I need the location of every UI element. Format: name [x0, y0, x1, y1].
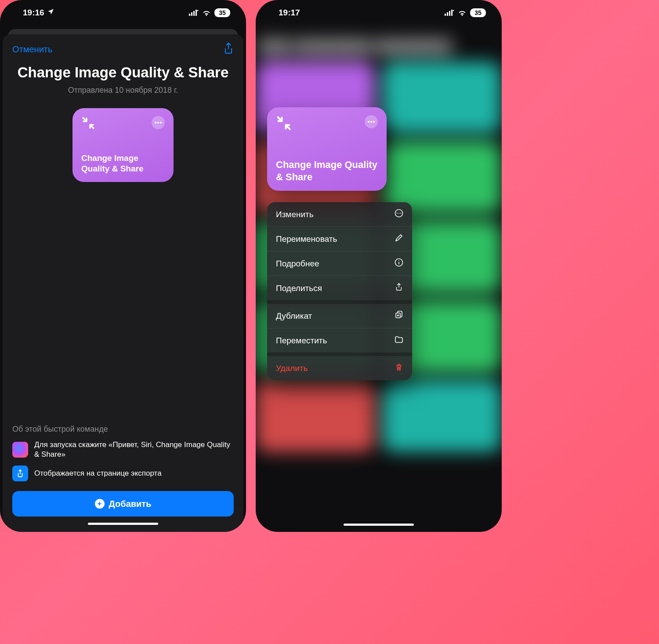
about-heading: Об этой быстрой команде [12, 425, 234, 434]
svg-rect-1 [191, 12, 192, 16]
svg-point-6 [157, 122, 159, 124]
page-subtitle: Отправлена 10 ноября 2018 г. [12, 86, 234, 95]
tile-more-button[interactable] [152, 116, 165, 129]
shortcut-preview-tile[interactable]: Change Image Quality & Share [72, 108, 174, 182]
battery-level: 35 [214, 8, 230, 17]
signal-icon [189, 10, 199, 16]
svg-point-4 [197, 10, 199, 11]
home-indicator[interactable] [88, 523, 158, 525]
svg-point-18 [398, 213, 399, 214]
wifi-icon [202, 10, 211, 16]
menu-delete-label: Удалить [276, 364, 308, 373]
svg-point-19 [400, 213, 401, 214]
duplicate-icon [395, 310, 403, 321]
menu-edit-label: Изменить [276, 210, 314, 219]
collapse-icon [81, 116, 95, 132]
menu-rename-label: Переименовать [276, 234, 337, 244]
context-menu: Изменить Переименовать Подробнее [267, 202, 412, 380]
tile-more-button[interactable] [365, 115, 378, 128]
svg-point-14 [370, 121, 372, 123]
home-indicator[interactable] [344, 524, 414, 526]
status-time: 19:16 [23, 8, 44, 18]
svg-rect-0 [189, 14, 190, 16]
svg-rect-2 [193, 11, 195, 16]
add-shortcut-sheet: Отменить Change Image Quality & Share От… [3, 34, 243, 532]
svg-point-13 [368, 121, 369, 123]
svg-point-5 [155, 122, 156, 124]
menu-details-label: Подробнее [276, 259, 319, 269]
location-icon [47, 8, 54, 18]
about-export-row: Отображается на странице экспорта [12, 466, 234, 481]
pencil-icon [395, 233, 403, 244]
about-siri-row: Для запуска скажите «Привет, Siri, Chang… [12, 440, 234, 459]
svg-point-15 [373, 121, 375, 123]
shortcut-tile[interactable]: Change Image Quality & Share [267, 107, 387, 191]
menu-edit[interactable]: Изменить [267, 202, 412, 227]
menu-share-label: Поделиться [276, 284, 322, 293]
cancel-button[interactable]: Отменить [12, 44, 52, 55]
folder-icon [395, 335, 403, 346]
menu-delete[interactable]: Удалить [267, 356, 412, 380]
menu-rename[interactable]: Переименовать [267, 227, 412, 251]
menu-separator [267, 300, 412, 304]
about-export-text: Отображается на странице экспорта [34, 469, 162, 478]
svg-rect-3 [196, 10, 197, 16]
share-button[interactable] [223, 42, 234, 56]
trash-icon [395, 363, 403, 374]
status-bar: 19:16 35 [0, 0, 246, 19]
menu-separator [267, 353, 412, 356]
page-title: Change Image Quality & Share [12, 64, 234, 81]
menu-duplicate[interactable]: Дубликат [267, 304, 412, 328]
menu-share[interactable]: Поделиться [267, 276, 412, 300]
plus-icon: + [95, 499, 105, 509]
share-icon [12, 466, 28, 481]
info-icon [395, 258, 403, 269]
menu-move[interactable]: Переместить [267, 328, 412, 353]
collapse-icon [276, 115, 292, 133]
tile-label: Change Image Quality & Share [276, 159, 378, 183]
phone-right: 19:17 35 ◦◦◦◦◦◦ ▇▇▇ ▇▇▇▇▇▇▇ ▇▇▇▇▇▇▇ [256, 0, 502, 532]
phone-left: 19:16 35 Отменить Change Image Quality &… [0, 0, 246, 532]
menu-details[interactable]: Подробнее [267, 251, 412, 276]
svg-point-22 [398, 260, 399, 261]
add-button[interactable]: + Добавить [12, 491, 234, 517]
share-icon [395, 283, 403, 294]
add-button-label: Добавить [109, 499, 152, 509]
svg-point-7 [160, 122, 162, 124]
ellipsis-circle-icon [395, 209, 403, 220]
about-siri-text: Для запуска скажите «Привет, Siri, Chang… [34, 440, 234, 459]
siri-icon [12, 442, 28, 458]
menu-duplicate-label: Дубликат [276, 311, 312, 321]
menu-move-label: Переместить [276, 336, 327, 346]
svg-point-17 [397, 213, 398, 214]
tile-label: Change Image Quality & Share [81, 153, 165, 174]
